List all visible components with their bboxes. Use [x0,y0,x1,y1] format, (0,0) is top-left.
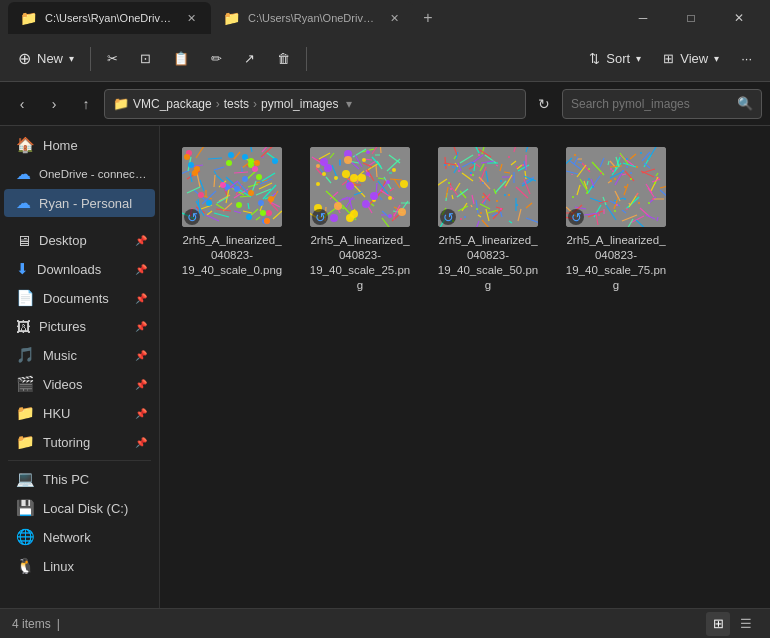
paste-button[interactable]: 📋 [163,46,199,71]
svg-point-206 [342,170,350,178]
more-button[interactable]: ··· [731,46,762,71]
view-toggle: ⊞ ☰ [706,612,758,636]
svg-line-404 [623,163,636,167]
file-name-3: 2rh5_A_linearized_040823-19_40_scale_50.… [437,233,539,293]
tab2-label: C:\Users\Ryan\OneDrive\Docu [248,12,378,24]
svg-line-253 [526,203,532,208]
svg-point-305 [478,154,480,156]
new-tab-button[interactable]: + [414,4,442,32]
sidebar-item-pictures[interactable]: 🖼 Pictures 📌 [4,313,155,340]
svg-point-318 [460,218,462,220]
sidebar-item-home[interactable]: 🏠 Home [4,131,155,159]
svg-line-269 [514,147,518,152]
svg-point-199 [316,164,320,168]
sidebar-item-hku[interactable]: 📁 HKU 📌 [4,399,155,427]
sidebar-item-documents[interactable]: 📄 Documents 📌 [4,284,155,312]
tab-2[interactable]: 📁 C:\Users\Ryan\OneDrive\Docu ✕ [211,2,414,34]
svg-line-286 [478,149,491,157]
svg-point-314 [504,186,506,188]
window-controls: ─ □ ✕ [620,0,762,36]
svg-point-193 [362,158,366,162]
file-item-3[interactable]: ↺2rh5_A_linearized_040823-19_40_scale_50… [428,138,548,302]
svg-point-300 [482,196,484,198]
svg-point-413 [612,170,614,172]
sidebar-label-ryan: Ryan - Personal [39,196,147,211]
view-icon: ⊞ [663,51,674,66]
svg-point-92 [266,210,272,216]
list-view-button[interactable]: ☰ [734,612,758,636]
pin-icon-hku: 📌 [135,408,147,419]
pin-icon-pictures: 📌 [135,321,147,332]
svg-point-215 [362,200,370,208]
svg-point-319 [470,174,472,176]
svg-point-87 [246,214,252,220]
back-button[interactable]: ‹ [8,90,36,118]
maximize-button[interactable]: □ [668,0,714,36]
close-button[interactable]: ✕ [716,0,762,36]
divider2 [306,47,307,71]
svg-line-396 [626,219,633,227]
sidebar-item-desktop[interactable]: 🖥 Desktop 📌 [4,227,155,254]
sidebar-item-onedrive-connect[interactable]: ☁ OneDrive - connect.h [4,160,155,188]
svg-line-120 [382,218,392,227]
sidebar-item-videos[interactable]: 🎬 Videos 📌 [4,370,155,398]
cut-button[interactable]: ✂ [97,46,128,71]
sidebar-item-thispc[interactable]: 💻 This PC [4,465,155,493]
svg-point-89 [248,190,254,196]
svg-point-100 [234,186,240,192]
svg-line-336 [587,181,588,185]
svg-line-375 [574,157,578,164]
svg-point-435 [640,152,642,154]
svg-point-83 [268,196,274,202]
up-button[interactable]: ↑ [72,90,100,118]
sidebar-item-network[interactable]: 🌐 Network [4,523,155,551]
svg-line-231 [476,200,478,213]
view-button[interactable]: ⊞ View ▾ [653,46,729,71]
share-button[interactable]: ↗ [234,46,265,71]
sidebar-label-videos: Videos [43,377,127,392]
grid-view-button[interactable]: ⊞ [706,612,730,636]
tutoring-icon: 📁 [16,433,35,451]
svg-point-95 [228,152,234,158]
rename-button[interactable]: ✏ [201,46,232,71]
tab1-close[interactable]: ✕ [183,10,199,26]
sidebar-item-tutoring[interactable]: 📁 Tutoring 📌 [4,428,155,456]
sidebar-item-localdisk[interactable]: 💾 Local Disk (C:) [4,494,155,522]
file-name-1: 2rh5_A_linearized_040823-19_40_scale_0.p… [181,233,283,278]
new-icon: ⊕ [18,49,31,68]
forward-button[interactable]: › [40,90,68,118]
more-icon: ··· [741,51,752,66]
svg-line-294 [474,163,475,171]
sidebar-item-downloads[interactable]: ⬇ Downloads 📌 [4,255,155,283]
svg-point-96 [198,192,204,198]
sidebar-label-localdisk: Local Disk (C:) [43,501,147,516]
search-box[interactable]: 🔍 [562,89,762,119]
minimize-button[interactable]: ─ [620,0,666,36]
svg-point-329 [516,166,518,168]
sidebar-item-ryan[interactable]: ☁ Ryan - Personal [4,189,155,217]
copy-icon: ⊡ [140,51,151,66]
svg-point-323 [458,170,460,172]
sidebar-item-music[interactable]: 🎵 Music 📌 [4,341,155,369]
tab2-close[interactable]: ✕ [386,10,402,26]
pin-icon-documents: 📌 [135,293,147,304]
refresh-button[interactable]: ↻ [530,90,558,118]
copy-button[interactable]: ⊡ [130,46,161,71]
sort-button[interactable]: ⇅ Sort ▾ [579,46,651,71]
delete-button[interactable]: 🗑 [267,46,300,71]
new-button[interactable]: ⊕ New ▾ [8,44,84,73]
folder-icon-tab1: 📁 [20,10,37,26]
breadcrumb[interactable]: 📁 VMC_package › tests › pymol_images ▾ [104,89,526,119]
svg-line-392 [608,161,609,165]
sidebar-item-linux[interactable]: 🐧 Linux [4,552,155,580]
svg-line-32 [248,203,249,209]
tab-1[interactable]: 📁 C:\Users\Ryan\OneDrive\Docu ✕ [8,2,211,34]
file-item-2[interactable]: ↺2rh5_A_linearized_040823-19_40_scale_25… [300,138,420,302]
svg-line-290 [452,147,457,155]
search-input[interactable] [571,97,731,111]
svg-line-291 [476,164,480,167]
file-item-4[interactable]: ↺2rh5_A_linearized_040823-19_40_scale_75… [556,138,676,302]
svg-point-212 [334,202,342,210]
title-bar: 📁 C:\Users\Ryan\OneDrive\Docu ✕ 📁 C:\Use… [0,0,770,36]
file-item-1[interactable]: ↺2rh5_A_linearized_040823-19_40_scale_0.… [172,138,292,302]
